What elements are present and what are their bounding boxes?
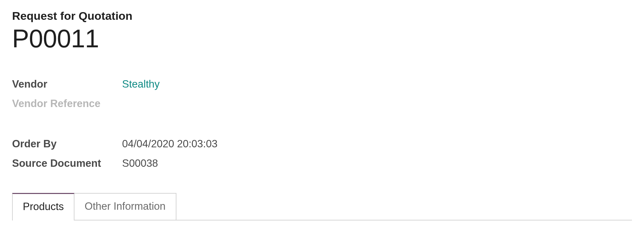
tab-other-information[interactable]: Other Information bbox=[74, 193, 176, 220]
page-subtitle: Request for Quotation bbox=[12, 9, 632, 22]
page-title: P00011 bbox=[12, 25, 632, 52]
field-order-by: Order By 04/04/2020 20:03:03 bbox=[12, 138, 632, 150]
tab-bar: Products Other Information bbox=[12, 193, 632, 220]
field-value-source-document: S00038 bbox=[122, 157, 158, 169]
field-label-vendor: Vendor bbox=[12, 78, 122, 90]
field-spacer bbox=[12, 117, 632, 131]
tab-products[interactable]: Products bbox=[12, 193, 74, 220]
field-label-source-document: Source Document bbox=[12, 157, 122, 169]
field-vendor: Vendor Stealthy bbox=[12, 78, 632, 90]
field-label-vendor-reference: Vendor Reference bbox=[12, 98, 122, 110]
field-source-document: Source Document S00038 bbox=[12, 157, 632, 169]
field-vendor-reference: Vendor Reference bbox=[12, 98, 632, 110]
field-label-order-by: Order By bbox=[12, 138, 122, 150]
field-value-vendor[interactable]: Stealthy bbox=[122, 78, 160, 90]
rfq-page: Request for Quotation P00011 Vendor Stea… bbox=[0, 0, 644, 220]
field-list: Vendor Stealthy Vendor Reference Order B… bbox=[12, 78, 632, 169]
field-value-order-by: 04/04/2020 20:03:03 bbox=[122, 138, 217, 150]
